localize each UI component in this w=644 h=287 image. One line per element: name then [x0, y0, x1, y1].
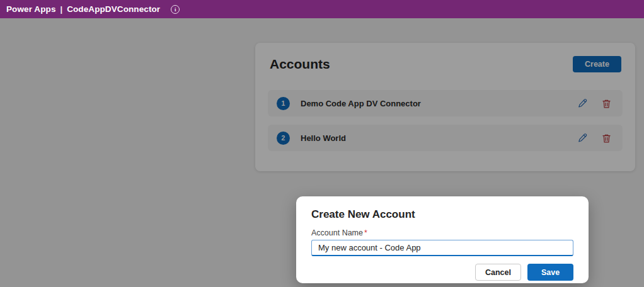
- power-apps-brand: Power Apps: [6, 4, 56, 14]
- power-apps-window: { "header": { "brand": "Power Apps", "se…: [0, 0, 644, 287]
- app-title: CodeAppDVConnector: [67, 4, 160, 14]
- brand-separator: |: [60, 4, 63, 14]
- create-account-dialog: Create New Account Account Name* Cancel …: [296, 196, 589, 283]
- save-button[interactable]: Save: [527, 264, 573, 281]
- required-marker: *: [364, 228, 367, 237]
- dialog-title: Create New Account: [311, 208, 573, 221]
- account-name-input[interactable]: [311, 240, 573, 256]
- info-icon[interactable]: i: [171, 5, 180, 14]
- cancel-button[interactable]: Cancel: [475, 264, 521, 281]
- page-background: Accounts Create 1 Demo Code App DV Conne…: [0, 18, 644, 287]
- app-header: Power Apps | CodeAppDVConnector i: [0, 0, 644, 18]
- field-label-text: Account Name: [311, 228, 363, 237]
- account-name-label: Account Name*: [311, 228, 573, 237]
- dialog-buttons: Cancel Save: [311, 264, 573, 281]
